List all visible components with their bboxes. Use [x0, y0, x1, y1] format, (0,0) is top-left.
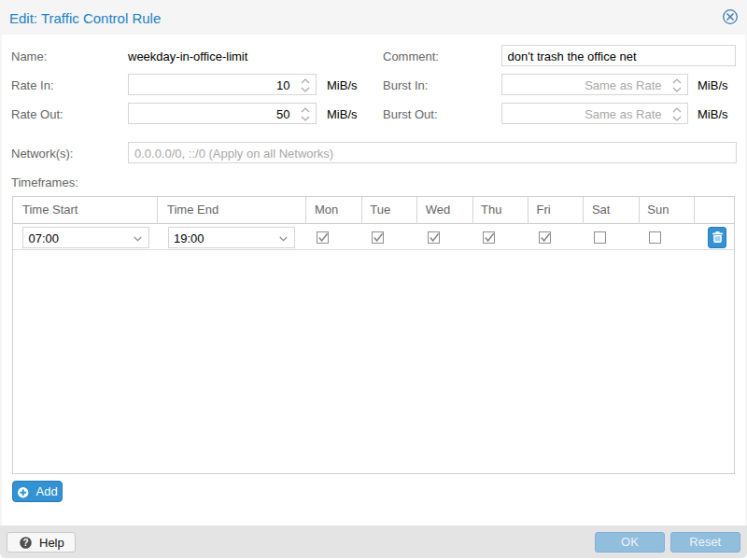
svg-text:?: ? — [22, 538, 28, 548]
